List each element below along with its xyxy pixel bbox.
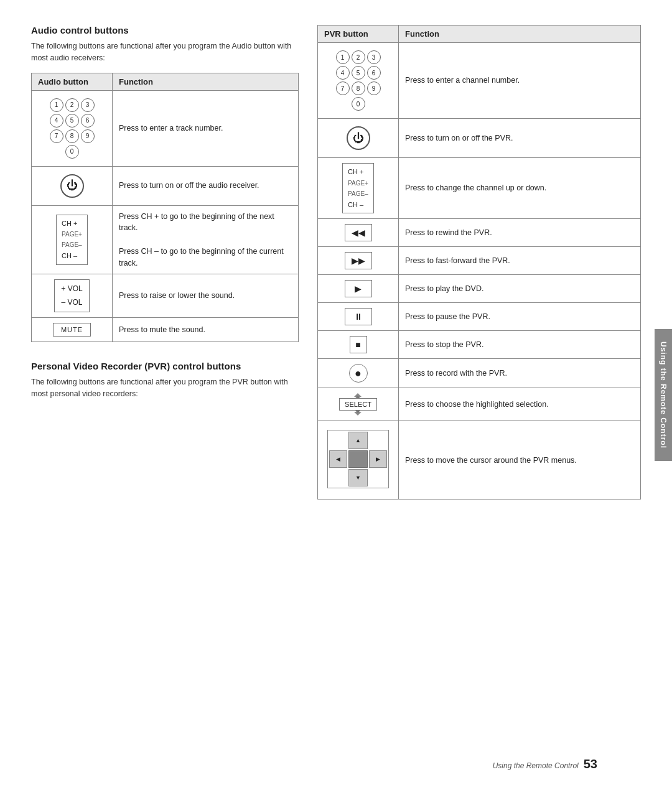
pvr-stop-cell: ■ [318, 331, 399, 359]
vol-plus-label[interactable]: + VOL [61, 282, 82, 296]
audio-numpad-function: Press to enter a track number. [113, 90, 299, 166]
dpad-up[interactable]: ▲ [348, 432, 368, 449]
ch-minus-label[interactable]: CH – [62, 250, 82, 262]
numpad-5[interactable]: 5 [65, 114, 79, 128]
pvr-col2-header: Function [399, 26, 641, 43]
audio-ch-cell: CH + PAGE+ PAGE– CH – [32, 205, 113, 274]
pvr-ch-plus-label[interactable]: CH + [348, 166, 368, 178]
audio-numpad-cell: 1 2 3 4 5 6 7 8 9 0 [32, 90, 113, 166]
pvr-dpad-function: Press to move the cursor around the PVR … [399, 421, 641, 500]
pvr-numpad-1[interactable]: 1 [336, 50, 350, 64]
audio-vol-block: + VOL – VOL [54, 279, 89, 312]
pvr-row-select: SELECT Press to choose the highlighted s… [318, 388, 641, 421]
numpad-0[interactable]: 0 [65, 145, 79, 159]
audio-vol-cell: + VOL – VOL [32, 274, 113, 318]
dpad-right[interactable]: ▶ [369, 450, 387, 468]
numpad-7[interactable]: 7 [50, 129, 63, 143]
audio-numpad: 1 2 3 4 5 6 7 8 9 0 [50, 98, 95, 159]
pvr-dpad: ▲ ◀ ▶ ▼ [327, 430, 389, 488]
footer-page: 53 [584, 757, 597, 771]
pvr-row-rewind: ◀◀ Press to rewind the PVR. [318, 219, 641, 247]
dpad-down[interactable]: ▼ [348, 469, 368, 486]
pvr-row-power: ⏻ Press to turn on or off the PVR. [318, 119, 641, 158]
pvr-record-function: Press to record with the PVR. [399, 359, 641, 388]
pvr-numpad-0[interactable]: 0 [352, 97, 365, 111]
audio-vol-function: Press to raise or lower the sound. [113, 274, 299, 318]
audio-ch-function: Press CH + to go to the beginning of the… [113, 205, 299, 274]
pvr-stop-button[interactable]: ■ [350, 336, 367, 353]
pvr-numpad-2[interactable]: 2 [352, 50, 365, 64]
audio-row-power: ⏻ Press to turn on or off the audio rece… [32, 166, 299, 205]
pvr-row-ch: CH + PAGE+ PAGE– CH – Press to change th… [318, 158, 641, 219]
audio-col1-header: Audio button [32, 73, 113, 90]
audio-power-function: Press to turn on or off the audio receiv… [113, 166, 299, 205]
pvr-select-button[interactable]: SELECT [339, 398, 377, 411]
pvr-row-numpad: 1 2 3 4 5 6 7 8 9 0 Press to enter a cha [318, 43, 641, 119]
pvr-numpad-4[interactable]: 4 [336, 66, 350, 80]
vol-minus-label[interactable]: – VOL [61, 296, 82, 310]
audio-row-ch: CH + PAGE+ PAGE– CH – Press CH + to go t… [32, 205, 299, 274]
numpad-4[interactable]: 4 [50, 114, 63, 128]
audio-row-mute: MUTE Press to mute the sound. [32, 318, 299, 342]
main-content: Audio control buttons The following butt… [31, 25, 641, 500]
pvr-table: PVR button Function 1 2 3 4 5 6 [317, 25, 641, 500]
page-plus-label: PAGE+ [62, 229, 82, 239]
pvr-select-function: Press to choose the highlighted selectio… [399, 388, 641, 421]
pvr-page-minus-label: PAGE– [348, 188, 368, 199]
pvr-ch-cell: CH + PAGE+ PAGE– CH – [318, 158, 399, 219]
pvr-numpad-6[interactable]: 6 [367, 66, 381, 80]
dpad-center [348, 450, 368, 468]
pvr-numpad-function: Press to enter a channel number. [399, 43, 641, 119]
left-column: Audio control buttons The following butt… [31, 25, 299, 500]
pvr-rewind-cell: ◀◀ [318, 219, 399, 247]
numpad-6[interactable]: 6 [81, 114, 95, 128]
pvr-section-left: Personal Video Recorder (PVR) control bu… [31, 361, 299, 400]
numpad-3[interactable]: 3 [81, 98, 95, 112]
dpad-left[interactable]: ◀ [329, 450, 347, 468]
pvr-pause-cell: ⏸ [318, 303, 399, 331]
pvr-select-cell: SELECT [318, 388, 399, 421]
audio-power-cell: ⏻ [32, 166, 113, 205]
audio-power-button[interactable]: ⏻ [60, 174, 84, 198]
numpad-9[interactable]: 9 [81, 129, 95, 143]
audio-table: Audio button Function 1 2 3 4 5 6 [31, 73, 299, 343]
pvr-ff-cell: ▶▶ [318, 247, 399, 275]
pvr-ff-button[interactable]: ▶▶ [345, 252, 372, 269]
pvr-intro: The following buttons are functional aft… [31, 376, 299, 400]
audio-mute-button[interactable]: MUTE [53, 323, 91, 337]
pvr-power-cell: ⏻ [318, 119, 399, 158]
pvr-power-button[interactable]: ⏻ [347, 126, 370, 150]
pvr-ch-minus-label[interactable]: CH – [348, 199, 368, 211]
audio-intro: The following buttons are functional aft… [31, 40, 299, 64]
pvr-row-ff: ▶▶ Press to fast-forward the PVR. [318, 247, 641, 275]
pvr-record-cell: ● [318, 359, 399, 388]
pvr-rewind-button[interactable]: ◀◀ [345, 224, 372, 241]
numpad-2[interactable]: 2 [65, 98, 79, 112]
pvr-ch-function: Press to change the channel up or down. [399, 158, 641, 219]
ch-plus-label[interactable]: CH + [62, 218, 82, 230]
pvr-power-function: Press to turn on or off the PVR. [399, 119, 641, 158]
footer-text: Using the Remote Control [493, 761, 579, 770]
page-minus-label: PAGE– [62, 239, 82, 250]
pvr-numpad-9[interactable]: 9 [367, 81, 381, 95]
footer: Using the Remote Control 53 [493, 757, 597, 771]
pvr-record-button[interactable]: ● [349, 364, 368, 383]
pvr-numpad-8[interactable]: 8 [352, 81, 365, 95]
pvr-stop-function: Press to stop the PVR. [399, 331, 641, 359]
pvr-section-title: Personal Video Recorder (PVR) control bu… [31, 361, 299, 371]
numpad-8[interactable]: 8 [65, 129, 79, 143]
pvr-pause-button[interactable]: ⏸ [345, 308, 372, 325]
pvr-numpad-7[interactable]: 7 [336, 81, 350, 95]
pvr-row-record: ● Press to record with the PVR. [318, 359, 641, 388]
audio-mute-cell: MUTE [32, 318, 113, 342]
numpad-1[interactable]: 1 [50, 98, 63, 112]
pvr-numpad-cell: 1 2 3 4 5 6 7 8 9 0 [318, 43, 399, 119]
pvr-numpad: 1 2 3 4 5 6 7 8 9 0 [336, 50, 381, 111]
pvr-ch-block: CH + PAGE+ PAGE– CH – [342, 163, 374, 213]
pvr-row-stop: ■ Press to stop the PVR. [318, 331, 641, 359]
pvr-numpad-3[interactable]: 3 [367, 50, 381, 64]
audio-ch-block: CH + PAGE+ PAGE– CH – [56, 215, 88, 265]
pvr-play-button[interactable]: ▶ [345, 280, 372, 297]
pvr-numpad-5[interactable]: 5 [352, 66, 365, 80]
pvr-row-pause: ⏸ Press to pause the PVR. [318, 303, 641, 331]
